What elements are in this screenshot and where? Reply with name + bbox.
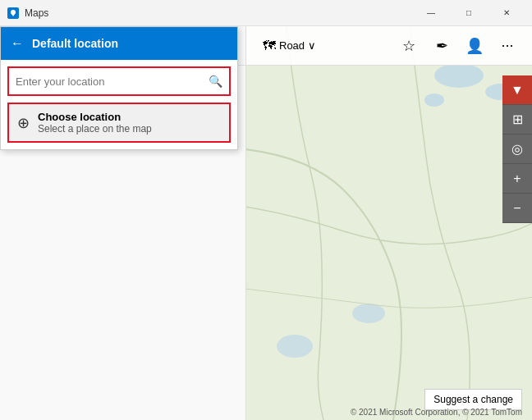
grid-view-button[interactable]: ⊞ [502, 105, 532, 135]
zoom-out-button[interactable]: − [502, 194, 532, 223]
window-controls: — □ ✕ [412, 0, 525, 26]
road-label: Road [279, 39, 305, 52]
choose-location-text: Choose location Select a place on the ma… [38, 111, 152, 135]
copyright-text: © 2021 Microsoft Corporation, © 2021 Tom… [351, 408, 522, 417]
profile-icon: 👤 [466, 37, 484, 55]
svg-point-7 [352, 304, 385, 323]
map-controls: ▼ ⊞ ◎ + − [502, 75, 532, 223]
map-background [246, 26, 532, 420]
pen-icon: ✒ [436, 37, 448, 55]
grid-icon: ⊞ [512, 112, 523, 127]
panel-header: ← Default location [1, 27, 237, 60]
zoom-in-button[interactable]: + [502, 164, 532, 194]
minimize-button[interactable]: — [412, 0, 450, 26]
more-icon: ··· [501, 37, 513, 54]
sidebar: 🔍 ☆ Default location ✕ ← Default locatio… [0, 26, 246, 420]
svg-rect-3 [246, 26, 532, 420]
choose-location-item[interactable]: ⊕ Choose location Select a place on the … [7, 103, 231, 143]
location-search-container: 🔍 [7, 66, 231, 96]
default-location-panel: ← Default location 🔍 ⊕ Choose location S… [0, 26, 238, 150]
pen-button[interactable]: ✒ [427, 31, 456, 61]
my-location-button[interactable]: ◎ [502, 135, 532, 164]
choose-location-label: Choose location [38, 111, 152, 123]
compass-button[interactable]: ▼ [502, 75, 532, 105]
compass-icon: ▼ [511, 83, 524, 98]
minus-icon: − [513, 201, 521, 216]
svg-point-6 [424, 94, 444, 107]
choose-location-icon: ⊕ [17, 114, 30, 132]
title-bar: Maps — □ ✕ [0, 0, 532, 26]
map-toolbar: 🗺 Road ∨ ☆ ✒ 👤 ··· [246, 26, 532, 66]
road-icon: 🗺 [263, 39, 276, 53]
more-button[interactable]: ··· [493, 31, 522, 61]
choose-location-sub: Select a place on the map [38, 123, 152, 135]
svg-point-4 [434, 63, 484, 88]
road-view-button[interactable]: 🗺 Road ∨ [256, 35, 323, 57]
search-icon: 🔍 [209, 75, 222, 88]
plus-icon: + [513, 171, 521, 186]
location-search-input[interactable] [16, 75, 209, 88]
profile-button[interactable]: 👤 [460, 31, 489, 61]
back-button[interactable]: ← [11, 36, 24, 51]
location-icon: ◎ [511, 141, 523, 157]
maximize-button[interactable]: □ [450, 0, 488, 26]
close-button[interactable]: ✕ [488, 0, 525, 26]
panel-title: Default location [32, 37, 227, 50]
window-title: Maps [25, 7, 412, 19]
app-icon [7, 7, 20, 20]
favorite-map-button[interactable]: ☆ [394, 31, 424, 61]
svg-point-8 [277, 335, 313, 358]
map-area[interactable]: 🗺 Road ∨ ☆ ✒ 👤 ··· ▼ ⊞ [246, 26, 532, 420]
chevron-down-icon: ∨ [308, 39, 316, 52]
star-icon: ☆ [402, 37, 415, 55]
app-body: 🔍 ☆ Default location ✕ ← Default locatio… [0, 26, 532, 420]
